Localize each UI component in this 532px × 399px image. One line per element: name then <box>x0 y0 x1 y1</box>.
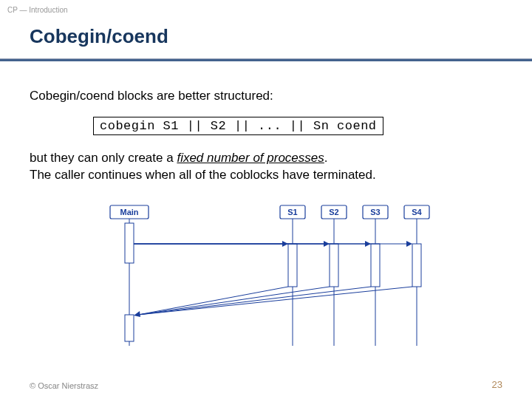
note-prefix: but they can only create a <box>30 151 177 165</box>
slide: CP — Introduction Cobegin/coend Cobegin/… <box>0 0 532 399</box>
join-arrows <box>134 287 412 317</box>
svg-text:S2: S2 <box>329 208 338 216</box>
svg-line-22 <box>138 287 412 315</box>
s1-label: S1 <box>280 205 305 219</box>
fork-arrows <box>134 241 412 247</box>
sequence-diagram: Main S1 S2 S3 S4 <box>0 201 532 349</box>
svg-text:S4: S4 <box>412 208 422 216</box>
breadcrumb: CP — Introduction <box>7 6 68 14</box>
main-activation-top <box>125 223 134 263</box>
svg-text:Main: Main <box>120 208 138 216</box>
s1-activation <box>288 244 297 287</box>
note-text: but they can only create a fixed number … <box>30 150 502 184</box>
s3-label: S3 <box>363 205 388 219</box>
intro-text: Cobegin/coend blocks are better structur… <box>30 89 502 103</box>
note-suffix: . <box>324 151 328 165</box>
slide-title: Cobegin/coend <box>0 25 532 54</box>
s3-activation <box>371 244 380 287</box>
s2-activation <box>330 244 338 287</box>
note-emphasis: fixed number of processes <box>177 151 324 165</box>
svg-text:S3: S3 <box>370 208 380 216</box>
s2-label: S2 <box>321 205 347 219</box>
code-box: cobegin S1 || S2 || ... || Sn coend <box>93 117 383 135</box>
main-label: Main <box>110 205 149 219</box>
svg-marker-17 <box>406 241 412 247</box>
svg-text:S1: S1 <box>287 208 297 216</box>
title-rule-thick <box>0 59 532 61</box>
svg-line-18 <box>138 287 288 315</box>
body: Cobegin/coend blocks are better structur… <box>30 89 502 184</box>
main-activation-bottom <box>125 315 134 341</box>
title-area: Cobegin/coend <box>0 25 532 61</box>
svg-line-21 <box>138 287 371 315</box>
footer-page-number: 23 <box>492 379 502 390</box>
footer-copyright: © Oscar Nierstrasz <box>30 381 98 390</box>
svg-line-20 <box>138 287 330 315</box>
svg-marker-19 <box>134 311 140 317</box>
note-line2: The caller continues when all of the cob… <box>30 168 376 182</box>
s4-label: S4 <box>404 205 429 219</box>
s4-activation <box>412 244 421 287</box>
